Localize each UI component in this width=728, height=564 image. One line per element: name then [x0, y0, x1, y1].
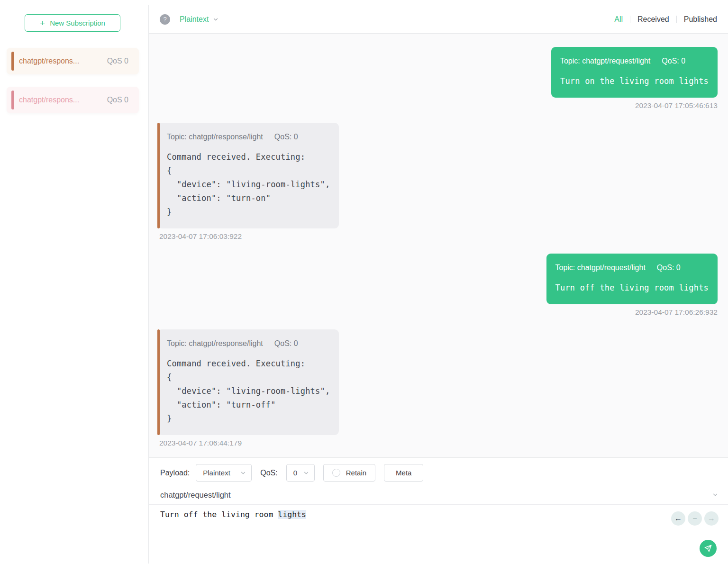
message-meta: Topic: chatgpt/request/light QoS: 0 [555, 263, 709, 273]
payload-text-highlighted: lights [278, 510, 306, 519]
message-timestamp: 2023-04-07 17:06:03:922 [159, 232, 242, 241]
message-qos: QoS: 0 [274, 132, 298, 142]
chevron-down-icon [240, 470, 246, 476]
meta-button[interactable]: Meta [384, 464, 423, 482]
paper-plane-icon [704, 544, 712, 553]
qos-select[interactable]: 0 [286, 464, 315, 482]
chevron-down-icon [212, 16, 219, 23]
published-message: Topic: chatgpt/request/light QoS: 0 Turn… [157, 47, 718, 110]
subscription-qos-badge: QoS 0 [107, 96, 128, 104]
retain-label: Retain [346, 469, 366, 477]
history-forward-button[interactable]: → [704, 511, 719, 526]
chevron-down-icon[interactable] [712, 491, 719, 498]
payload-type-label: Plaintext [180, 15, 209, 24]
filter-separator [630, 16, 630, 23]
subscription-list: chatgpt/respons... QoS 0 chatgpt/respons… [0, 48, 148, 113]
retain-radio-icon [332, 469, 340, 477]
payload-editor[interactable]: Turn off the living room lights ← − → [149, 505, 728, 564]
message-bubble[interactable]: Topic: chatgpt/request/light QoS: 0 Turn… [551, 47, 718, 98]
topic-input-row[interactable]: chatgpt/request/light [149, 485, 728, 505]
message-timestamp: 2023-04-07 17:05:46:613 [635, 101, 718, 110]
window-titlebar [0, 0, 728, 5]
subscription-topic: chatgpt/respons... [19, 96, 107, 104]
message-stream[interactable]: Topic: chatgpt/request/light QoS: 0 Turn… [149, 34, 728, 457]
subscription-qos-badge: QoS 0 [107, 57, 128, 65]
payload-text: Turn off the living room [160, 510, 278, 519]
retain-toggle[interactable]: Retain [323, 464, 375, 482]
message-timestamp: 2023-04-07 17:06:44:179 [159, 439, 242, 447]
message-bubble[interactable]: Topic: chatgpt/response/light QoS: 0 Com… [157, 123, 339, 228]
subscription-topic: chatgpt/respons... [19, 57, 107, 65]
mqtt-client-app: + New Subscription chatgpt/respons... Qo… [0, 5, 728, 564]
message-topic: Topic: chatgpt/response/light [167, 132, 263, 142]
subscription-color-bar [11, 91, 14, 109]
filter-tab-all[interactable]: All [614, 15, 623, 24]
payload-type-dropdown[interactable]: Plaintext [180, 15, 219, 24]
new-subscription-button[interactable]: + New Subscription [25, 14, 120, 32]
qos-value: 0 [293, 469, 297, 477]
history-back-button[interactable]: ← [671, 511, 685, 526]
messages-panel: ? Plaintext All Received Published Topic… [149, 5, 728, 564]
payload-format-value: Plaintext [203, 469, 230, 477]
history-nav: ← − → [671, 511, 719, 526]
message-payload: Command received. Executing: { "device":… [167, 150, 330, 219]
message-payload: Turn on the living room lights [560, 74, 709, 88]
message-meta: Topic: chatgpt/response/light QoS: 0 [167, 132, 330, 142]
received-message: Topic: chatgpt/response/light QoS: 0 Com… [157, 123, 718, 241]
help-icon[interactable]: ? [160, 14, 170, 25]
filter-tab-received[interactable]: Received [637, 15, 669, 24]
messages-header: ? Plaintext All Received Published [149, 5, 728, 34]
qos-label: QoS: [260, 469, 277, 477]
subscriptions-sidebar: + New Subscription chatgpt/respons... Qo… [0, 5, 149, 564]
message-payload: Command received. Executing: { "device":… [167, 357, 330, 426]
subscription-item-response-light-2[interactable]: chatgpt/respons... QoS 0 [7, 87, 139, 113]
message-topic: Topic: chatgpt/request/light [555, 263, 646, 273]
topic-input[interactable]: chatgpt/request/light [160, 491, 712, 500]
message-qos: QoS: 0 [274, 338, 298, 349]
filter-tab-published[interactable]: Published [684, 15, 717, 24]
message-timestamp: 2023-04-07 17:06:26:932 [635, 308, 718, 317]
subscription-item-response-light-1[interactable]: chatgpt/respons... QoS 0 [7, 48, 139, 74]
message-meta: Topic: chatgpt/request/light QoS: 0 [560, 56, 709, 66]
message-meta: Topic: chatgpt/response/light QoS: 0 [167, 338, 330, 349]
payload-format-select[interactable]: Plaintext [196, 464, 252, 482]
payload-editor-text[interactable]: Turn off the living room lights [160, 509, 717, 521]
publish-composer: Payload: Plaintext QoS: 0 Retain Meta ch… [149, 457, 728, 564]
message-qos: QoS: 0 [657, 263, 681, 273]
payload-label: Payload: [160, 469, 190, 477]
subscription-color-bar [11, 52, 14, 71]
chevron-down-icon [303, 470, 309, 476]
subscription-color-bar [157, 123, 160, 228]
message-bubble[interactable]: Topic: chatgpt/request/light QoS: 0 Turn… [546, 254, 718, 304]
received-message: Topic: chatgpt/response/light QoS: 0 Com… [157, 329, 718, 447]
message-topic: Topic: chatgpt/request/light [560, 56, 650, 66]
composer-controls: Payload: Plaintext QoS: 0 Retain Meta [149, 458, 728, 485]
message-bubble[interactable]: Topic: chatgpt/response/light QoS: 0 Com… [157, 329, 339, 435]
plus-icon: + [40, 18, 45, 27]
message-payload: Turn off the living room lights [555, 281, 709, 295]
send-button[interactable] [700, 540, 717, 557]
published-message: Topic: chatgpt/request/light QoS: 0 Turn… [157, 254, 718, 317]
message-topic: Topic: chatgpt/response/light [167, 338, 263, 349]
history-remove-button[interactable]: − [688, 511, 702, 526]
filter-separator [676, 16, 677, 23]
message-filter-tabs: All Received Published [614, 15, 717, 24]
message-qos: QoS: 0 [662, 56, 685, 66]
subscription-color-bar [157, 329, 160, 435]
new-subscription-label: New Subscription [50, 19, 105, 27]
